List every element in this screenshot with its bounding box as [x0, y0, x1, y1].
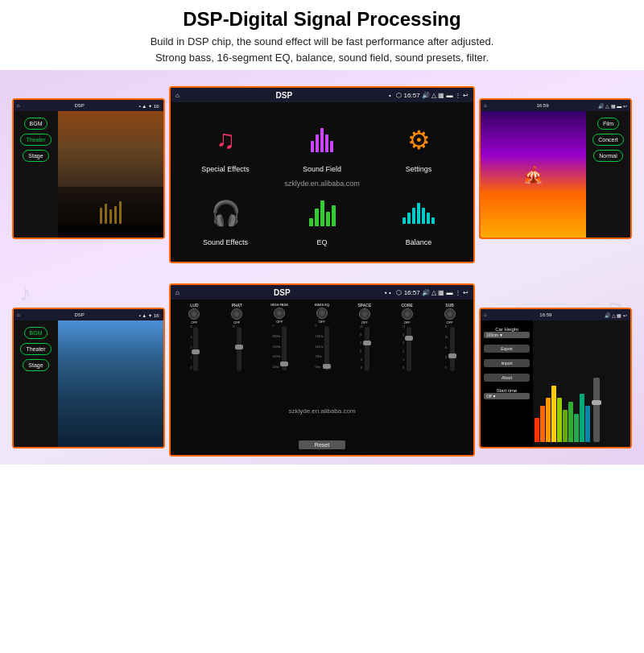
phat-knob[interactable] — [231, 308, 242, 320]
core-knob[interactable] — [402, 308, 413, 320]
phat-thumb — [235, 345, 243, 349]
eq-master-slider[interactable] — [593, 378, 600, 442]
top-right-time: 16:59 — [536, 103, 548, 108]
normal-button[interactable]: Normal — [593, 150, 623, 162]
core-slider[interactable] — [407, 327, 411, 371]
space-freq-labels: 12840-4-8 — [360, 325, 363, 370]
top-left-topbar: ⌂ DSP ▪ ▲ ✦ 16: — [14, 100, 163, 111]
bottom-main-home-icon: ⌂ — [175, 289, 180, 296]
space-slider[interactable] — [365, 327, 369, 371]
eq-channel-core: CORE OFF G43210 — [386, 303, 427, 373]
balance-label: Balance — [406, 238, 432, 246]
bgm-button-bottom-left[interactable]: BGM — [24, 327, 48, 339]
dropdown-arrow-icon: ▼ — [499, 333, 503, 337]
stage-button-bottom-left[interactable]: Stage — [23, 359, 48, 371]
start-time-dropdown[interactable]: Off ▼ — [484, 393, 530, 399]
bottom-screens-area: ⌂ DSP ▪ ▲ ✦ 16: BGM Theater Stage — [0, 267, 644, 465]
bottom-left-content: BGM Theater Stage — [14, 320, 163, 447]
top-main-screen: ⌂ DSP • ⬡ 16:57 🔊 △ ▦ ▬ ⋮ ↩ ♫ Special Ef… — [169, 86, 475, 263]
theater-button-left[interactable]: Theater — [20, 134, 51, 146]
highpass-knob[interactable] — [274, 308, 285, 319]
eq-channel-lud: LUD OFF 43210 — [174, 303, 215, 373]
sub-off: OFF — [447, 320, 453, 324]
sound-field-item[interactable]: Sound Field — [277, 112, 367, 179]
eq-bar-8 — [574, 414, 579, 442]
eq-reset-bar: Reset — [174, 434, 470, 452]
export-button[interactable]: Export — [484, 345, 530, 353]
car-height-section: Car Height 100cm ▼ — [484, 327, 530, 338]
phat-slider[interactable] — [237, 327, 242, 371]
top-main-topbar: ⌂ DSP • ⬡ 16:57 🔊 △ ▦ ▬ ⋮ ↩ — [171, 88, 473, 102]
page-title: DSP-Digital Signal Processing — [16, 8, 628, 31]
headphone-icon: 🎧 — [204, 191, 248, 235]
lud-knob[interactable] — [188, 308, 200, 320]
car-height-value: 100cm — [486, 333, 498, 337]
sound-effects-item[interactable]: 🎧 Sound Effects — [180, 185, 270, 252]
special-effects-item[interactable]: ♫ Special Effects — [180, 112, 270, 179]
top-right-buttons: Film Concert Normal — [586, 111, 630, 238]
highpass-off: OFF — [276, 320, 283, 324]
eq-bar-3 — [546, 398, 551, 442]
car-height-dropdown[interactable]: 100cm ▼ — [484, 332, 530, 338]
top-main-content: ♫ Special Effects — [171, 102, 473, 262]
basseq-slider[interactable] — [324, 326, 329, 370]
start-time-section: Start time Off ▼ — [484, 388, 530, 399]
eq-item[interactable]: EQ — [277, 185, 367, 252]
lud-slider[interactable] — [193, 327, 198, 371]
basseq-knob[interactable] — [316, 308, 328, 319]
eq-bar-2 — [540, 406, 545, 442]
bottom-left-title: DSP — [74, 312, 84, 317]
about-button[interactable]: About — [484, 374, 530, 382]
balance-item[interactable]: Balance — [374, 185, 464, 252]
header: DSP-Digital Signal Processing Build in D… — [0, 0, 644, 70]
eq-channel-phat: PHAT OFF G — [217, 303, 258, 373]
bottom-left-image — [58, 320, 163, 447]
theater-button-bottom-left[interactable]: Theater — [20, 343, 51, 355]
eq-bar-10 — [585, 406, 590, 442]
concert-button[interactable]: Concert — [592, 134, 624, 146]
eq-label-item: EQ — [316, 238, 327, 246]
space-knob[interactable] — [359, 308, 370, 320]
sub-thumb — [448, 353, 456, 358]
reset-button[interactable]: Reset — [299, 440, 345, 449]
lud-freq-labels: 43210 — [190, 325, 192, 370]
balance-icon — [397, 191, 441, 235]
top-right-screen: ⌂ 16:59 🔊 △ ▦ ▬ ↩ Film Concert Normal — [479, 98, 632, 239]
top-main-home-icon: ⌂ — [175, 92, 180, 99]
space-thumb — [363, 341, 371, 345]
bottom-main-title: DSP — [274, 288, 291, 297]
background-strip: ♪ ♫ ♩ ♬ ♪ ♫ ♪ ⌂ DSP ▪ ▲ ✦ 16: — [0, 70, 644, 465]
bottom-left-icons: ▪ ▲ ✦ 16: — [139, 312, 160, 318]
eq-channel-space: SPACE OFF 12840-4-8 — [344, 303, 385, 373]
sound-field-label: Sound Field — [303, 165, 341, 173]
eq-bar-6 — [563, 410, 568, 442]
settings-item[interactable]: ⚙ Settings — [374, 112, 464, 179]
bottom-right-controls: Car Height 100cm ▼ Export Import About S… — [481, 320, 533, 447]
phat-label: PHAT — [232, 303, 242, 308]
highpass-slider[interactable] — [282, 326, 287, 370]
core-freq-labels: G43210 — [402, 325, 405, 370]
balance-bars-icon — [402, 203, 435, 224]
import-button[interactable]: Import — [484, 359, 530, 367]
stage-button-left[interactable]: Stage — [23, 150, 48, 162]
special-effects-icon: ♫ — [204, 118, 248, 162]
sub-freq-labels: G15830 — [445, 325, 448, 370]
eq-bar-4 — [551, 386, 556, 442]
bottom-left-home-icon: ⌂ — [17, 312, 20, 317]
top-left-content: BGM Theater Stage — [14, 111, 163, 238]
bottom-left-screen: ⌂ DSP ▪ ▲ ✦ 16: BGM Theater Stage — [12, 308, 165, 448]
bottom-left-buttons: BGM Theater Stage — [14, 320, 58, 447]
special-effects-label: Special Effects — [201, 165, 249, 173]
eq-visualization — [533, 320, 630, 447]
concert-image2: 🎪 — [481, 111, 586, 238]
top-left-buttons: BGM Theater Stage — [14, 111, 58, 238]
bgm-button-left[interactable]: BGM — [24, 118, 48, 130]
start-time-arrow-icon: ▼ — [493, 394, 497, 399]
subtitle-line2: Strong bass, 16-segment EQ, balance, sou… — [155, 52, 489, 64]
eq-master-thumb — [592, 400, 601, 405]
sub-slider[interactable] — [450, 327, 455, 371]
sub-knob[interactable] — [444, 308, 456, 320]
core-off: OFF — [404, 320, 411, 324]
film-button[interactable]: Film — [597, 118, 619, 130]
bottom-right-screen: ⌂ 16:59 🔊 △ ▦ ↩ Car Height 100cm ▼ — [479, 308, 632, 448]
